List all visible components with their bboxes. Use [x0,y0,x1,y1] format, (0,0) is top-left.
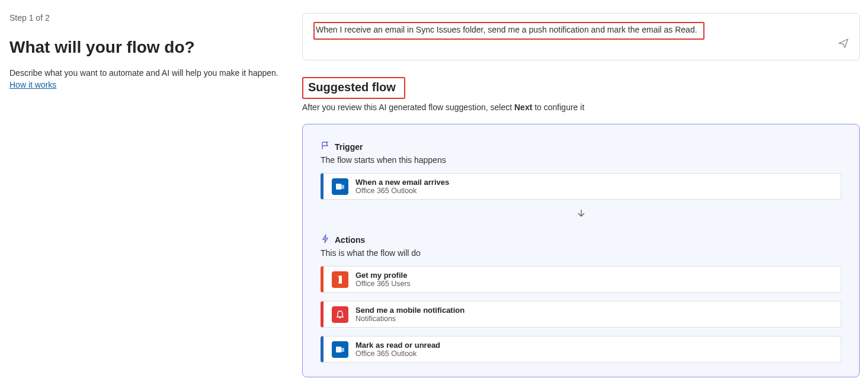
flag-icon [321,141,330,153]
action-step-sub: Notifications [355,315,465,323]
trigger-step[interactable]: When a new email arrives Office 365 Outl… [321,173,841,200]
prompt-text: When I receive an email in Sync Issues f… [313,22,704,40]
right-panel: When I receive an email in Sync Issues f… [290,0,868,391]
action-step-title: Mark as read or unread [355,341,440,350]
trigger-step-title: When a new email arrives [355,178,449,187]
prompt-input-box[interactable]: When I receive an email in Sync Issues f… [302,13,860,60]
svg-rect-3 [339,348,344,352]
trigger-step-sub: Office 365 Outlook [355,187,449,195]
how-it-works-link[interactable]: How it works [9,80,56,89]
suggested-flow-card: Trigger The flow starts when this happen… [302,124,860,377]
page-heading: What will your flow do? [9,38,281,57]
left-panel: Step 1 of 2 What will your flow do? Desc… [0,0,290,391]
trigger-desc: The flow starts when this happens [321,155,841,165]
outlook-icon [332,178,348,195]
actions-label: Actions [335,235,365,245]
action-step[interactable]: Get my profile Office 365 Users [321,266,841,293]
review-instruction: After you review this AI generated flow … [302,102,860,112]
action-step-sub: Office 365 Outlook [355,350,440,358]
step-label: Step 1 of 2 [9,13,281,23]
trigger-header: Trigger [321,141,841,153]
suggested-flow-heading: Suggested flow [308,81,396,94]
office-icon [332,271,348,288]
actions-desc: This is what the flow will do [321,248,841,258]
action-step[interactable]: Send me a mobile notification Notificati… [321,301,841,328]
action-step-title: Send me a mobile notification [355,306,465,315]
action-step-sub: Office 365 Users [355,280,411,288]
action-step-title: Get my profile [355,271,411,280]
outlook-icon [332,341,348,358]
action-step[interactable]: Mark as read or unread Office 365 Outloo… [321,336,841,363]
actions-header: Actions [321,234,841,246]
arrow-down-icon [321,208,841,221]
trigger-label: Trigger [335,142,363,152]
lightning-icon [321,234,330,246]
svg-rect-1 [339,185,344,189]
bell-icon [332,306,348,323]
page-subtext: Describe what you want to automate and A… [9,68,281,79]
suggested-flow-heading-highlight: Suggested flow [302,77,405,99]
send-icon[interactable] [838,37,850,52]
